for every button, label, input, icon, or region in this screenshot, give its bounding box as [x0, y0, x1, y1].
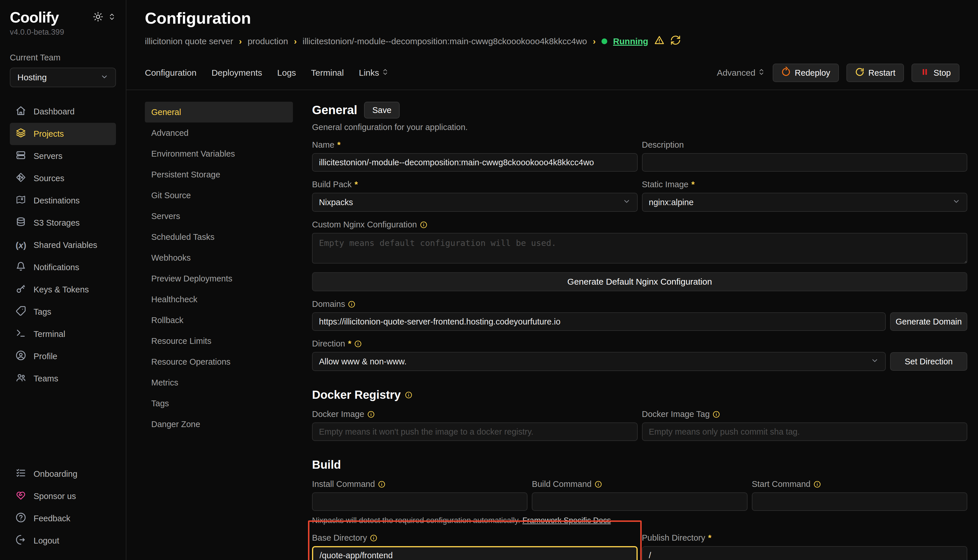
set-direction-button[interactable]: Set Direction: [890, 352, 967, 371]
section-title-build: Build: [312, 458, 967, 471]
breadcrumb-application[interactable]: illicitestonion/-module--decomposition:m…: [303, 37, 587, 46]
subnav-tags[interactable]: Tags: [145, 393, 293, 414]
subnav-scheduled-tasks[interactable]: Scheduled Tasks: [145, 227, 293, 247]
install-command-input[interactable]: [312, 492, 527, 511]
sidebar-item-terminal[interactable]: Terminal: [10, 323, 116, 345]
sidebar-item-s3-storages[interactable]: S3 Storages: [10, 212, 116, 234]
sidebar-item-onboarding[interactable]: Onboarding: [10, 463, 116, 485]
sidebar-item-destinations[interactable]: Destinations: [10, 190, 116, 212]
build-pack-label: Build Pack: [312, 180, 352, 189]
tab-links[interactable]: Links: [359, 68, 389, 78]
framework-docs-link[interactable]: Framework Specific Docs: [522, 516, 611, 525]
section-title-docker-registry: Docker Registry: [312, 388, 401, 402]
sidebar-item-shared-variables[interactable]: (x) Shared Variables: [10, 234, 116, 256]
name-input[interactable]: [312, 153, 638, 172]
subnav-healthcheck[interactable]: Healthcheck: [145, 289, 293, 310]
page-title: Configuration: [145, 9, 960, 27]
description-input[interactable]: [642, 153, 968, 172]
start-command-input[interactable]: [752, 492, 967, 511]
subnav-resource-operations[interactable]: Resource Operations: [145, 352, 293, 372]
advanced-dropdown[interactable]: Advanced: [717, 68, 765, 78]
tab-terminal[interactable]: Terminal: [311, 68, 344, 78]
subnav-environment-variables[interactable]: Environment Variables: [145, 143, 293, 164]
help-circle-icon: [16, 512, 26, 525]
subnav-danger-zone[interactable]: Danger Zone: [145, 414, 293, 435]
publish-directory-label: Publish Directory: [642, 533, 705, 543]
breadcrumb-project[interactable]: illicitonion quote server: [145, 37, 233, 46]
users-icon: [16, 372, 26, 385]
sidebar-item-profile[interactable]: Profile: [10, 345, 116, 368]
build-command-input[interactable]: [532, 492, 747, 511]
subnav-advanced[interactable]: Advanced: [145, 123, 293, 143]
required-asterisk: *: [354, 180, 358, 189]
refresh-icon[interactable]: [670, 35, 681, 47]
direction-select[interactable]: Allow www & non-www.: [312, 352, 886, 371]
tab-deployments[interactable]: Deployments: [211, 68, 262, 78]
description-label: Description: [642, 140, 684, 150]
sidebar: Coolify v4.0.0-beta.399 Current Team Hos…: [0, 0, 126, 560]
sidebar-item-dashboard[interactable]: Dashboard: [10, 100, 116, 123]
stop-button[interactable]: Stop: [911, 63, 960, 82]
static-image-select[interactable]: nginx:alpine: [642, 193, 968, 212]
sidebar-item-feedback[interactable]: Feedback: [10, 507, 116, 530]
sidebar-item-teams[interactable]: Teams: [10, 368, 116, 390]
sidebar-item-projects[interactable]: Projects: [10, 123, 116, 145]
sidebar-item-tags[interactable]: Tags: [10, 301, 116, 323]
redeploy-button[interactable]: Redeploy: [773, 63, 839, 82]
build-pack-select[interactable]: Nixpacks: [312, 193, 638, 212]
docker-image-label: Docker Image: [312, 410, 364, 419]
team-select[interactable]: Hosting: [10, 68, 116, 87]
subnav-servers[interactable]: Servers: [145, 206, 293, 227]
info-icon: [354, 340, 362, 348]
docker-image-input[interactable]: [312, 422, 638, 441]
terminal-icon: [16, 328, 26, 340]
restart-button[interactable]: Restart: [846, 63, 904, 82]
sidebar-item-logout[interactable]: Logout: [10, 530, 116, 552]
direction-label: Direction: [312, 339, 345, 348]
breadcrumb-environment[interactable]: production: [247, 37, 288, 46]
git-source-icon: [16, 172, 26, 185]
sidebar-item-notifications[interactable]: Notifications: [10, 256, 116, 278]
subnav-git-source[interactable]: Git Source: [145, 185, 293, 206]
docker-image-tag-input[interactable]: [642, 422, 968, 441]
subnav-rollback[interactable]: Rollback: [145, 310, 293, 330]
user-circle-icon: [16, 350, 26, 363]
save-button[interactable]: Save: [364, 102, 400, 118]
tab-configuration[interactable]: Configuration: [145, 68, 196, 78]
subnav-preview-deployments[interactable]: Preview Deployments: [145, 268, 293, 289]
info-icon: [595, 480, 602, 488]
status-running-link[interactable]: Running: [613, 37, 648, 46]
sidebar-item-keys-tokens[interactable]: Keys & Tokens: [10, 278, 116, 301]
stop-pause-icon: [920, 67, 930, 78]
publish-directory-input[interactable]: [642, 546, 968, 560]
subnav-webhooks[interactable]: Webhooks: [145, 247, 293, 268]
chevrons-up-down-icon: [757, 68, 765, 78]
chevron-down-icon: [952, 197, 960, 207]
subnav-metrics[interactable]: Metrics: [145, 372, 293, 393]
generate-domain-button[interactable]: Generate Domain: [890, 312, 967, 331]
subnav-general[interactable]: General: [145, 102, 293, 123]
subnav-resource-limits[interactable]: Resource Limits: [145, 330, 293, 352]
sidebar-item-servers[interactable]: Servers: [10, 145, 116, 167]
base-directory-input[interactable]: [312, 546, 638, 560]
sidebar-item-sponsor-us[interactable]: Sponsor us: [10, 485, 116, 507]
info-icon: [370, 534, 377, 542]
checklist-icon: [16, 468, 26, 480]
variables-icon: (x): [16, 240, 26, 250]
domains-input[interactable]: [312, 312, 886, 331]
info-icon: [405, 391, 412, 399]
subnav-persistent-storage[interactable]: Persistent Storage: [145, 164, 293, 185]
team-select-value: Hosting: [17, 73, 47, 82]
generate-nginx-button[interactable]: Generate Default Nginx Configuration: [312, 272, 967, 291]
tab-logs[interactable]: Logs: [278, 68, 296, 78]
theme-toggle-sun-icon[interactable]: [93, 12, 103, 23]
required-asterisk: *: [691, 180, 695, 189]
info-icon: [378, 480, 386, 488]
base-directory-field: Base Directory: [312, 525, 638, 560]
sidebar-item-sources[interactable]: Sources: [10, 167, 116, 190]
key-icon: [16, 283, 26, 296]
theme-switcher-chevrons-icon[interactable]: [108, 13, 116, 22]
custom-nginx-textarea[interactable]: [312, 233, 967, 263]
warning-triangle-icon[interactable]: [654, 35, 665, 47]
name-label: Name: [312, 140, 334, 150]
